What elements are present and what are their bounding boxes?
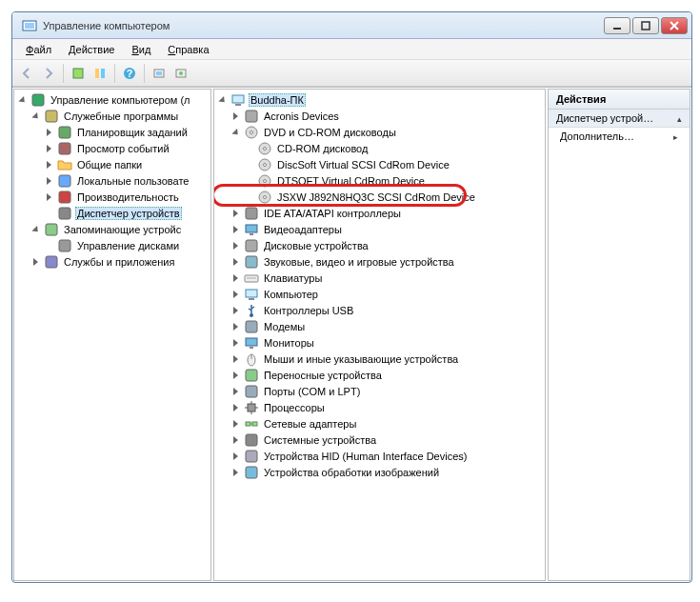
expand-toggle-icon [243, 143, 254, 154]
device-tree-item[interactable]: Переносные устройства [216, 367, 543, 383]
back-button[interactable] [16, 63, 37, 84]
titlebar[interactable]: Управление компьютером [12, 12, 691, 39]
left-tree-item[interactable]: Диспетчер устройств [16, 205, 209, 221]
device-tree-item[interactable]: Компьютер [216, 286, 543, 302]
expand-toggle-icon[interactable] [43, 127, 54, 138]
toolbar-btn-4[interactable] [149, 63, 170, 84]
net-icon [244, 416, 259, 431]
users-icon [57, 173, 72, 189]
left-tree-item[interactable]: Служебные программы [16, 108, 209, 124]
svg-rect-23 [59, 240, 70, 251]
expand-toggle-icon[interactable] [216, 94, 228, 106]
left-tree-item[interactable]: Просмотр событий [16, 140, 209, 156]
device-tree-item[interactable]: JSXW J892N8HQ3C SCSI CdRom Device [216, 189, 543, 205]
device-tree-item[interactable]: Acronis Devices [216, 108, 543, 124]
expand-toggle-icon[interactable] [230, 305, 241, 316]
device-tree-item[interactable]: Buddha-ПК [216, 91, 543, 108]
device-tree-item[interactable]: IDE ATA/ATAPI контроллеры [216, 205, 543, 221]
expand-toggle-icon[interactable] [230, 418, 241, 430]
expand-toggle-icon[interactable] [30, 110, 41, 122]
tree-item-label: Порты (COM и LPT) [262, 385, 362, 398]
expand-toggle-icon[interactable] [30, 224, 41, 235]
expand-toggle-icon[interactable] [230, 451, 241, 462]
expand-toggle-icon[interactable] [230, 321, 241, 332]
device-tree-item[interactable]: Порты (COM и LPT) [216, 383, 543, 399]
svg-rect-15 [32, 94, 44, 106]
device-tree-item[interactable]: DVD и CD-ROM дисководы [216, 124, 543, 140]
close-button[interactable] [661, 17, 688, 34]
device-tree-item[interactable]: CD-ROM дисковод [216, 140, 543, 156]
img-icon [244, 465, 259, 480]
expand-toggle-icon[interactable] [43, 159, 54, 171]
expand-toggle-icon[interactable] [230, 289, 241, 300]
actions-section[interactable]: Диспетчер устрой… [549, 110, 690, 128]
device-tree-item[interactable]: Сетевые адаптеры [216, 415, 543, 431]
left-tree-item[interactable]: Управление компьютером (л [16, 91, 209, 108]
minimize-button[interactable] [604, 17, 630, 34]
expand-toggle-icon[interactable] [230, 402, 241, 413]
left-tree-item[interactable]: Общие папки [16, 156, 209, 172]
device-tree-item[interactable]: Видеоадаптеры [216, 221, 543, 237]
expand-toggle-icon[interactable] [230, 434, 241, 446]
expand-toggle-icon[interactable] [230, 353, 241, 365]
expand-toggle-icon[interactable] [230, 110, 241, 122]
svg-rect-21 [59, 208, 70, 219]
expand-toggle-icon[interactable] [230, 337, 241, 349]
expand-toggle-icon[interactable] [43, 175, 54, 187]
left-tree-item[interactable]: Службы и приложения [16, 253, 209, 270]
tree-item-label: Видеоадаптеры [262, 223, 344, 236]
expand-toggle-icon[interactable] [230, 127, 241, 138]
left-tree-item[interactable]: Планировщик заданий [16, 124, 209, 140]
device-tree-item[interactable]: Мониторы [216, 334, 543, 351]
maximize-button[interactable] [632, 17, 659, 34]
left-nav-panel[interactable]: Управление компьютером (лСлужебные прогр… [13, 89, 211, 581]
menu-view[interactable]: Вид [124, 42, 158, 57]
device-tree-item[interactable]: DiscSoft Virtual SCSI CdRom Device [216, 156, 543, 172]
device-tree-item[interactable]: Системные устройства [216, 431, 543, 448]
expand-toggle-icon[interactable] [30, 256, 41, 268]
device-tree-item[interactable]: Дисковые устройства [216, 237, 543, 253]
tree-item-label: IDE ATA/ATAPI контроллеры [262, 207, 403, 220]
expand-toggle-icon[interactable] [230, 208, 241, 219]
svg-rect-46 [249, 298, 254, 300]
expand-toggle-icon[interactable] [43, 191, 54, 203]
cpu-icon [244, 400, 259, 415]
toolbar-btn-2[interactable] [90, 63, 110, 84]
expand-toggle-icon[interactable] [230, 272, 241, 284]
device-tree-item[interactable]: Звуковые, видео и игровые устройства [216, 253, 543, 270]
menu-file[interactable]: Файл [18, 42, 59, 57]
device-tree-item[interactable]: Модемы [216, 318, 543, 334]
left-tree-item[interactable]: Производительность [16, 189, 209, 205]
device-tree-item[interactable]: Контроллеры USB [216, 302, 543, 318]
toolbar-btn-1[interactable] [68, 63, 89, 84]
expand-toggle-icon[interactable] [230, 256, 241, 268]
expand-toggle-icon[interactable] [230, 467, 241, 478]
expand-toggle-icon[interactable] [230, 240, 241, 251]
expand-toggle-icon[interactable] [230, 370, 241, 381]
left-tree-item[interactable]: Локальные пользовате [16, 172, 209, 189]
left-tree-item[interactable]: Управление дисками [16, 237, 209, 253]
tree-item-label: Системные устройства [262, 433, 378, 447]
mgmt-icon [30, 92, 46, 108]
expand-toggle-icon[interactable] [43, 143, 54, 154]
expand-toggle-icon[interactable] [230, 224, 241, 235]
device-tree-item[interactable]: Устройства HID (Human Interface Devices) [216, 448, 543, 464]
device-tree-item[interactable]: Устройства обработки изображений [216, 464, 543, 480]
sound-icon [244, 254, 259, 270]
help-button[interactable]: ? [119, 63, 140, 84]
expand-toggle-icon[interactable] [230, 386, 241, 397]
device-tree-panel[interactable]: Buddha-ПКAcronis DevicesDVD и CD-ROM дис… [213, 89, 546, 581]
menu-help[interactable]: Справка [160, 42, 216, 57]
device-tree-item[interactable]: Клавиатуры [216, 270, 543, 286]
toolbar-btn-5[interactable] [170, 63, 191, 84]
device-tree-item[interactable]: Процессоры [216, 399, 543, 415]
forward-button[interactable] [38, 63, 59, 84]
svg-point-37 [264, 195, 267, 198]
actions-more[interactable]: Дополнитель… [549, 128, 690, 145]
svg-rect-55 [248, 404, 255, 411]
menu-action[interactable]: Действие [61, 42, 122, 57]
expand-toggle-icon[interactable] [16, 94, 28, 106]
device-tree-item[interactable]: DTSOFT Virtual CdRom Device [216, 172, 543, 189]
device-tree-item[interactable]: Мыши и иные указывающие устройства [216, 351, 543, 367]
left-tree-item[interactable]: Запоминающие устройс [16, 221, 209, 237]
